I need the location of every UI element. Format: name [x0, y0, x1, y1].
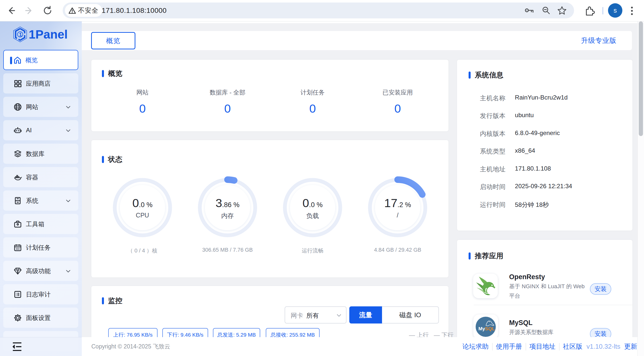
svg-text:My: My	[478, 326, 485, 331]
svg-text:1Panel: 1Panel	[29, 28, 68, 41]
svg-text:SQL: SQL	[485, 326, 495, 331]
svg-text:1: 1	[19, 31, 22, 37]
